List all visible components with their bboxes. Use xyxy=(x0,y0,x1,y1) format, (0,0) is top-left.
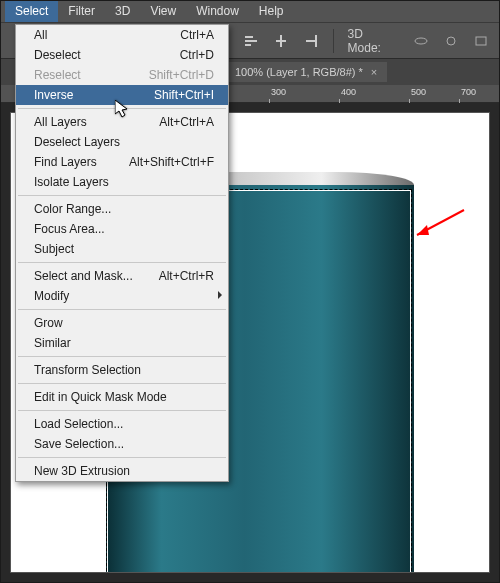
orbit-icon[interactable] xyxy=(413,33,429,49)
menu-separator xyxy=(18,195,226,196)
align-center-icon[interactable] xyxy=(273,33,289,49)
svg-rect-1 xyxy=(245,40,257,42)
align-left-icon[interactable] xyxy=(243,33,259,49)
menu-item-isolate-layers[interactable]: Isolate Layers xyxy=(16,172,228,192)
menu-filter[interactable]: Filter xyxy=(58,1,105,22)
menu-item-label: Transform Selection xyxy=(34,363,141,377)
menu-help[interactable]: Help xyxy=(249,1,294,22)
svg-rect-9 xyxy=(476,37,486,45)
menu-item-shortcut: Alt+Ctrl+A xyxy=(159,115,214,129)
menu-item-subject[interactable]: Subject xyxy=(16,239,228,259)
document-tab[interactable]: 100% (Layer 1, RGB/8#) * × xyxy=(221,62,387,82)
menu-item-shortcut: Alt+Shift+Ctrl+F xyxy=(129,155,214,169)
annotation-arrow xyxy=(409,205,469,245)
svg-marker-12 xyxy=(115,100,127,117)
menu-item-save-selection[interactable]: Save Selection... xyxy=(16,434,228,454)
menu-item-label: Subject xyxy=(34,242,74,256)
menu-item-label: Deselect Layers xyxy=(34,135,120,149)
menu-item-label: Edit in Quick Mask Mode xyxy=(34,390,167,404)
menu-separator xyxy=(18,356,226,357)
menu-item-new-3d-extrusion[interactable]: New 3D Extrusion xyxy=(16,461,228,481)
menu-item-transform-selection[interactable]: Transform Selection xyxy=(16,360,228,380)
toolbar-separator xyxy=(333,29,334,53)
menu-item-grow[interactable]: Grow xyxy=(16,313,228,333)
menu-item-deselect[interactable]: DeselectCtrl+D xyxy=(16,45,228,65)
render-icon[interactable] xyxy=(473,33,489,49)
svg-rect-2 xyxy=(245,44,251,46)
menu-item-select-and-mask[interactable]: Select and Mask...Alt+Ctrl+R xyxy=(16,266,228,286)
menubar: Select Filter 3D View Window Help xyxy=(1,1,499,23)
menu-select[interactable]: Select xyxy=(5,1,58,22)
menu-item-label: New 3D Extrusion xyxy=(34,464,130,478)
menu-item-label: Grow xyxy=(34,316,63,330)
svg-marker-11 xyxy=(417,225,429,235)
mouse-cursor-icon xyxy=(115,100,131,120)
submenu-arrow-icon xyxy=(218,291,222,299)
menu-separator xyxy=(18,309,226,310)
menu-separator xyxy=(18,383,226,384)
menu-item-load-selection[interactable]: Load Selection... xyxy=(16,414,228,434)
menu-view[interactable]: View xyxy=(140,1,186,22)
menu-3d[interactable]: 3D xyxy=(105,1,140,22)
menu-separator xyxy=(18,410,226,411)
light-icon[interactable] xyxy=(443,33,459,49)
menu-item-modify[interactable]: Modify xyxy=(16,286,228,306)
menu-item-focus-area[interactable]: Focus Area... xyxy=(16,219,228,239)
menu-item-label: Find Layers xyxy=(34,155,97,169)
menu-item-shortcut: Ctrl+A xyxy=(180,28,214,42)
menu-item-edit-in-quick-mask-mode[interactable]: Edit in Quick Mask Mode xyxy=(16,387,228,407)
svg-rect-0 xyxy=(245,36,253,38)
menu-item-label: Isolate Layers xyxy=(34,175,109,189)
menu-separator xyxy=(18,262,226,263)
menu-item-reselect: ReselectShift+Ctrl+D xyxy=(16,65,228,85)
menu-item-shortcut: Ctrl+D xyxy=(180,48,214,62)
menu-item-color-range[interactable]: Color Range... xyxy=(16,199,228,219)
menu-item-label: All xyxy=(34,28,47,42)
menu-item-shortcut: Alt+Ctrl+R xyxy=(159,269,214,283)
menu-item-label: Deselect xyxy=(34,48,81,62)
menu-item-deselect-layers[interactable]: Deselect Layers xyxy=(16,132,228,152)
close-icon[interactable]: × xyxy=(371,66,377,78)
menu-item-label: All Layers xyxy=(34,115,87,129)
menu-item-label: Modify xyxy=(34,289,69,303)
svg-rect-6 xyxy=(306,40,316,42)
menu-item-shortcut: Shift+Ctrl+D xyxy=(149,68,214,82)
menu-item-label: Load Selection... xyxy=(34,417,123,431)
menu-item-similar[interactable]: Similar xyxy=(16,333,228,353)
menu-item-label: Inverse xyxy=(34,88,73,102)
menu-item-find-layers[interactable]: Find LayersAlt+Shift+Ctrl+F xyxy=(16,152,228,172)
select-menu-dropdown: AllCtrl+ADeselectCtrl+DReselectShift+Ctr… xyxy=(15,24,229,482)
menu-separator xyxy=(18,457,226,458)
menu-window[interactable]: Window xyxy=(186,1,249,22)
menu-item-label: Select and Mask... xyxy=(34,269,133,283)
svg-point-7 xyxy=(415,38,427,44)
svg-point-8 xyxy=(447,37,455,45)
document-tab-title: 100% (Layer 1, RGB/8#) * xyxy=(235,66,363,78)
menu-item-shortcut: Shift+Ctrl+I xyxy=(154,88,214,102)
svg-rect-4 xyxy=(276,40,286,42)
menu-item-label: Color Range... xyxy=(34,202,111,216)
menu-item-label: Focus Area... xyxy=(34,222,105,236)
menu-item-label: Similar xyxy=(34,336,71,350)
menu-item-label: Save Selection... xyxy=(34,437,124,451)
menu-item-all[interactable]: AllCtrl+A xyxy=(16,25,228,45)
menu-item-label: Reselect xyxy=(34,68,81,82)
align-right-icon[interactable] xyxy=(303,33,319,49)
3d-mode-label: 3D Mode: xyxy=(348,27,399,55)
